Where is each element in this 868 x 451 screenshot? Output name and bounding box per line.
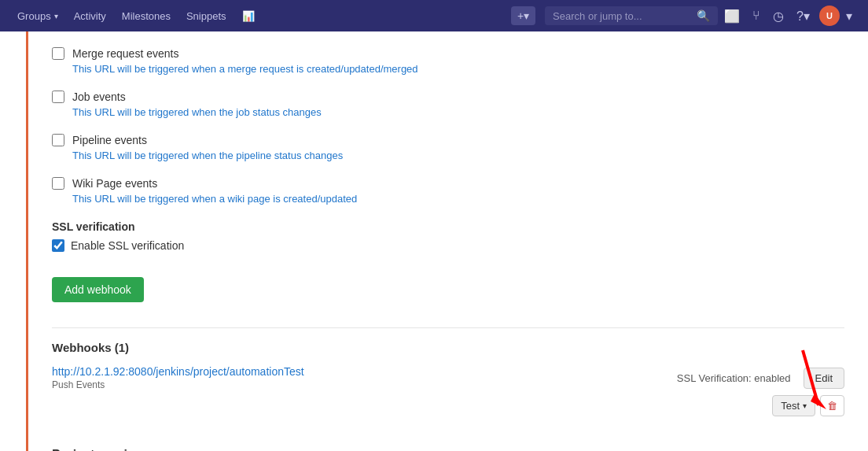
event-header: Wiki Page events (52, 177, 844, 190)
event-description: This URL will be triggered when the pipe… (72, 150, 844, 161)
event-checkbox-merge-request-events[interactable] (52, 47, 64, 60)
webhook-url-link[interactable]: http://10.2.1.92:8080/jenkins/project/au… (52, 365, 304, 378)
event-header: Job events (52, 91, 844, 103)
event-header: Merge request events (52, 47, 844, 60)
content-wrapper: Merge request events This URL will be tr… (52, 47, 844, 451)
nav-snippets[interactable]: Snippets (178, 0, 234, 31)
add-button[interactable]: + ▾ (511, 6, 535, 25)
sidebar-toggle-icon[interactable]: ⬜ (718, 9, 746, 24)
webhook-actions-row: Test ▾ 🗑 (52, 395, 844, 416)
top-navigation: Groups ▾ Activity Milestones Snippets 📊 … (0, 0, 868, 31)
webhook-item: http://10.2.1.92:8080/jenkins/project/au… (52, 365, 844, 416)
groups-chevron-icon: ▾ (54, 12, 58, 20)
webhook-tag: Push Events (52, 379, 664, 390)
webhook-ssl-status: SSL Verification: enabled (677, 372, 791, 384)
event-title[interactable]: Wiki Page events (72, 177, 157, 190)
event-item: Merge request events This URL will be tr… (52, 47, 844, 75)
avatar[interactable]: U (819, 6, 840, 26)
project-services-title: Project services (52, 448, 844, 451)
event-header: Pipeline events (52, 134, 844, 146)
ssl-checkbox-row: Enable SSL verification (52, 239, 844, 252)
event-checkbox-job-events[interactable] (52, 91, 64, 103)
webhook-test-button[interactable]: Test ▾ (772, 395, 815, 416)
event-title[interactable]: Pipeline events (72, 134, 147, 146)
event-item: Pipeline events This URL will be trigger… (52, 134, 844, 161)
nav-groups[interactable]: Groups ▾ (9, 0, 66, 31)
webhook-items-container: http://10.2.1.92:8080/jenkins/project/au… (52, 365, 844, 416)
event-description: This URL will be triggered when a merge … (72, 63, 844, 75)
help-icon[interactable]: ?▾ (790, 9, 816, 24)
nav-activity[interactable]: Activity (66, 0, 114, 31)
event-description: This URL will be triggered when the job … (72, 106, 844, 118)
ssl-title: SSL verification (52, 220, 844, 233)
event-item: Job events This URL will be triggered wh… (52, 91, 844, 118)
test-chevron-icon: ▾ (803, 401, 807, 410)
webhook-delete-button[interactable]: 🗑 (820, 395, 844, 416)
search-box[interactable]: 🔍 (545, 6, 718, 25)
search-icon: 🔍 (697, 9, 710, 22)
nav-chart-icon[interactable]: 📊 (234, 0, 263, 31)
section-divider (52, 327, 844, 328)
nav-milestones[interactable]: Milestones (114, 0, 178, 31)
webhook-row: http://10.2.1.92:8080/jenkins/project/au… (52, 365, 844, 390)
event-description: This URL will be triggered when a wiki p… (72, 193, 844, 205)
merge-request-icon[interactable]: ⑂ (746, 9, 767, 23)
webhooks-title: Webhooks (1) (52, 341, 844, 354)
issues-icon[interactable]: ◷ (767, 9, 790, 24)
event-title[interactable]: Job events (72, 91, 126, 103)
event-item: Wiki Page events This URL will be trigge… (52, 177, 844, 205)
avatar-chevron-icon[interactable]: ▾ (840, 9, 859, 24)
event-checkbox-wiki-page-events[interactable] (52, 177, 64, 190)
ssl-checkbox-label[interactable]: Enable SSL verification (71, 239, 184, 252)
webhook-url-block: http://10.2.1.92:8080/jenkins/project/au… (52, 365, 664, 390)
ssl-checkbox[interactable] (52, 239, 64, 252)
main-content: Merge request events This URL will be tr… (28, 31, 868, 451)
ssl-section: SSL verification Enable SSL verification (52, 220, 844, 252)
event-title[interactable]: Merge request events (72, 47, 178, 60)
event-checkbox-pipeline-events[interactable] (52, 134, 64, 146)
search-input[interactable] (553, 10, 697, 22)
events-container: Merge request events This URL will be tr… (52, 47, 844, 205)
webhook-edit-button[interactable]: Edit (804, 368, 844, 389)
add-webhook-button[interactable]: Add webhook (52, 277, 144, 302)
add-chevron-icon: ▾ (524, 9, 529, 22)
left-sidebar (0, 31, 28, 451)
